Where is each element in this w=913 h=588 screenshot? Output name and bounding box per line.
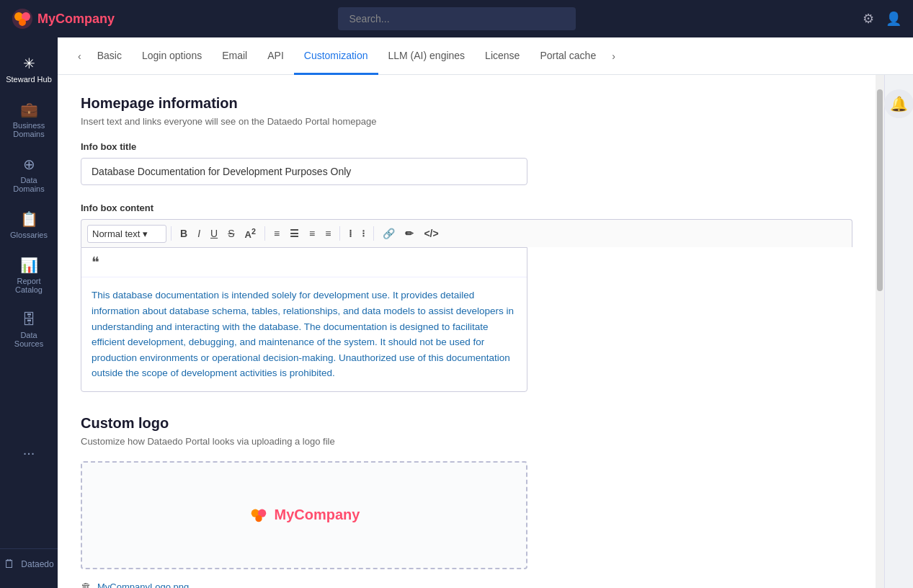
logo-upload-box[interactable]: MyCompany xyxy=(81,461,527,569)
sidebar-item-steward-hub[interactable]: ✳ Steward Hub xyxy=(0,48,58,91)
strikethrough-button[interactable]: S xyxy=(223,225,239,242)
file-name: MyCompanyLogo.png xyxy=(97,582,189,588)
steward-hub-icon: ✳ xyxy=(23,55,35,72)
sidebar-label-data-sources: Data Sources xyxy=(6,331,52,348)
sidebar-more-dots[interactable]: ··· xyxy=(16,437,43,468)
sidebar: ✳ Steward Hub 💼 Business Domains ⊕ Data … xyxy=(0,37,58,588)
section-gap xyxy=(81,392,852,415)
align-center-button[interactable]: ☰ xyxy=(285,225,303,242)
tab-license[interactable]: License xyxy=(475,38,530,75)
tab-login-options[interactable]: Login options xyxy=(132,38,212,75)
sidebar-label-report-catalog: Report Catalog xyxy=(6,277,52,294)
svg-point-6 xyxy=(255,515,262,522)
brand-name: MyCompany xyxy=(37,12,115,27)
main-layout: ✳ Steward Hub 💼 Business Domains ⊕ Data … xyxy=(0,37,913,588)
logo-preview: MyCompany xyxy=(249,505,360,525)
editor-content: This database documentation is intended … xyxy=(92,290,514,378)
link-button[interactable]: 🔗 xyxy=(378,225,399,242)
tab-llm-ai[interactable]: LLM (AI) engines xyxy=(378,38,476,75)
info-box-content-label: Info box content xyxy=(81,202,852,213)
editor-text-area[interactable]: This database documentation is intended … xyxy=(81,277,527,391)
topbar-icons: ⚙ 👤 xyxy=(863,11,901,27)
italic-button[interactable]: I xyxy=(193,225,205,242)
custom-logo-desc: Customize how Dataedo Portal looks via u… xyxy=(81,436,852,447)
tab-customization[interactable]: Customization xyxy=(294,38,378,75)
logo-preview-icon xyxy=(249,505,269,525)
ordered-list-button[interactable]: ⁞ xyxy=(344,225,356,242)
toolbar-sep-4 xyxy=(373,226,374,241)
info-box-title-input[interactable] xyxy=(81,158,527,185)
sidebar-item-report-catalog[interactable]: 📊 Report Catalog xyxy=(0,249,58,301)
sidebar-item-glossaries[interactable]: 📋 Glossaries xyxy=(0,203,58,246)
data-domains-icon: ⊕ xyxy=(23,156,35,173)
topbar: MyCompany ⚙ 👤 xyxy=(0,0,913,37)
tab-api[interactable]: API xyxy=(257,38,294,75)
notification-bar: 🔔 xyxy=(884,75,913,588)
code-button[interactable]: </> xyxy=(419,225,442,242)
sidebar-label-business-domains: Business Domains xyxy=(6,121,52,138)
glossaries-icon: 📋 xyxy=(20,210,38,228)
custom-logo-title: Custom logo xyxy=(81,415,852,432)
bold-button[interactable]: B xyxy=(176,225,192,242)
editor-body[interactable]: ❝ This database documentation is intende… xyxy=(81,247,527,392)
data-sources-icon: 🗄 xyxy=(22,311,36,328)
unordered-list-button[interactable]: ⁝ xyxy=(357,225,369,242)
scrollbar-thumb[interactable] xyxy=(877,89,883,291)
bell-icon[interactable]: 🔔 xyxy=(884,89,913,118)
editor-quote-bar: ❝ xyxy=(81,248,527,277)
page-content: Homepage information Insert text and lin… xyxy=(58,75,876,588)
sidebar-item-data-sources[interactable]: 🗄 Data Sources xyxy=(0,304,58,355)
sidebar-label-steward-hub: Steward Hub xyxy=(6,75,52,84)
tab-arrow-left[interactable]: ‹ xyxy=(72,50,87,62)
toolbar-sep-2 xyxy=(264,226,265,241)
business-domains-icon: 💼 xyxy=(20,101,38,118)
homepage-section-desc: Insert text and links everyone will see … xyxy=(81,116,852,127)
tab-arrow-right[interactable]: › xyxy=(606,50,621,62)
align-justify-button[interactable]: ≡ xyxy=(321,225,335,242)
underline-button[interactable]: U xyxy=(206,225,222,242)
text-style-label: Normal text xyxy=(92,228,140,239)
toolbar-sep-3 xyxy=(339,226,340,241)
search-container xyxy=(338,7,576,30)
superscript-button[interactable]: A2 xyxy=(240,224,259,243)
quote-mark: ❝ xyxy=(92,254,99,270)
highlight-button[interactable]: ✏ xyxy=(401,225,418,242)
scrollbar-track[interactable] xyxy=(876,75,884,588)
svg-point-3 xyxy=(19,19,26,26)
sidebar-item-data-domains[interactable]: ⊕ Data Domains xyxy=(0,148,58,200)
tab-bar: ‹ Basic Login options Email API Customiz… xyxy=(58,37,913,75)
sidebar-label-glossaries: Glossaries xyxy=(10,231,48,239)
sidebar-item-business-domains[interactable]: 💼 Business Domains xyxy=(0,94,58,146)
delete-file-icon[interactable]: 🗑 xyxy=(81,581,92,588)
text-style-select[interactable]: Normal text ▾ xyxy=(87,225,166,243)
sidebar-bottom: 🗒 Dataedo xyxy=(0,548,58,579)
settings-icon[interactable]: ⚙ xyxy=(863,11,874,27)
tab-email[interactable]: Email xyxy=(212,38,257,75)
homepage-section-title: Homepage information xyxy=(81,95,852,112)
info-box-title-label: Info box title xyxy=(81,141,852,152)
align-left-button[interactable]: ≡ xyxy=(270,225,284,242)
align-right-button[interactable]: ≡ xyxy=(305,225,319,242)
logo-brand-name: MyCompany xyxy=(275,507,360,523)
toolbar-sep-1 xyxy=(171,226,172,241)
user-icon[interactable]: 👤 xyxy=(886,11,901,27)
editor-toolbar: Normal text ▾ B I U S A2 ≡ ☰ ≡ ≡ ⁞ xyxy=(81,219,852,247)
dataedo-icon: 🗒 xyxy=(4,558,15,571)
file-row: 🗑 MyCompanyLogo.png xyxy=(81,581,852,588)
tab-portal-cache[interactable]: Portal cache xyxy=(530,38,606,75)
sidebar-label-data-domains: Data Domains xyxy=(6,176,52,193)
sidebar-bottom-label: Dataedo xyxy=(21,559,53,569)
brand-icon xyxy=(12,8,33,30)
chevron-down-icon: ▾ xyxy=(143,228,148,239)
tab-basic[interactable]: Basic xyxy=(87,38,132,75)
search-input[interactable] xyxy=(338,7,576,30)
report-catalog-icon: 📊 xyxy=(20,257,38,274)
brand-logo: MyCompany xyxy=(12,8,115,30)
content-area: ‹ Basic Login options Email API Customiz… xyxy=(58,37,913,588)
